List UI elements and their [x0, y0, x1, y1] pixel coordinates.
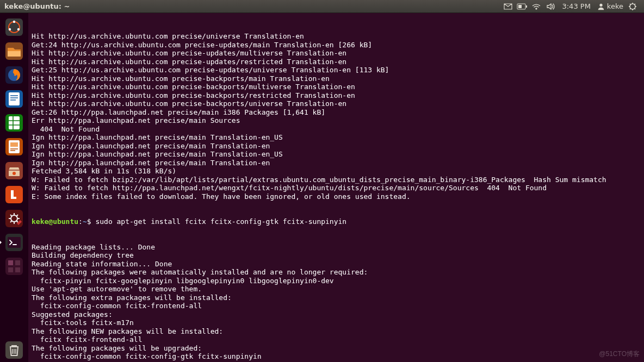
- terminal-line: fcitx-tools fcitx-m17n: [32, 319, 641, 327]
- battery-indicator[interactable]: [515, 0, 529, 13]
- svg-rect-31: [15, 267, 20, 272]
- terminal-line: W: Failed to fetch bzip2:/var/lib/apt/li…: [32, 176, 641, 184]
- svg-rect-1: [526, 5, 527, 8]
- terminal-line: Ign http://ppa.launchpad.net precise/mai…: [32, 159, 641, 167]
- terminal-line: fcitx-pinyin fcitx-googlepinyin libgoogl…: [32, 277, 641, 285]
- calc-icon[interactable]: [2, 111, 26, 135]
- terminal-line: fcitx-config-common fcitx-frontend-all: [32, 302, 641, 310]
- terminal-line: fcitx-config-common fcitx-config-gtk fci…: [32, 352, 641, 361]
- clock[interactable]: 3:43 PM: [562, 2, 590, 10]
- terminal-line: W: Failed to fetch http://ppa.launchpad.…: [32, 184, 641, 192]
- terminal-line: Get:26 http://ppa.launchpad.net precise/…: [32, 108, 641, 117]
- svg-rect-22: [5, 186, 23, 203]
- terminal-line: Hit http://us.archive.ubuntu.com precise…: [32, 49, 641, 58]
- terminal-line: Get:25 http://us.archive.ubuntu.com prec…: [32, 66, 641, 74]
- user-menu-label: keke: [607, 2, 623, 10]
- prompt-user: keke@ubuntu: [32, 217, 78, 226]
- svg-rect-29: [15, 260, 20, 265]
- prompt-dollar: $: [87, 217, 96, 226]
- window-title: keke@ubuntu: ~: [4, 2, 70, 10]
- workspace-icon[interactable]: [2, 254, 26, 278]
- prompt-sep: :: [78, 217, 83, 226]
- svg-point-7: [13, 21, 15, 23]
- nautilus-icon[interactable]: [2, 39, 26, 63]
- software-center-icon[interactable]: [2, 159, 26, 183]
- terminal-line: The following extra packages will be ins…: [32, 294, 641, 302]
- terminal-line: Hit http://us.archive.ubuntu.com precise…: [32, 91, 641, 100]
- settings-icon[interactable]: [2, 207, 26, 230]
- svg-rect-27: [5, 258, 23, 275]
- terminal-line: 404 Not Found: [32, 125, 641, 134]
- prompt-path: ~: [83, 217, 87, 226]
- terminal-line: The following packages will be upgraded:: [32, 344, 641, 353]
- terminal-line: Get:24 http://us.archive.ubuntu.com prec…: [32, 41, 641, 49]
- writer-icon[interactable]: [2, 87, 26, 111]
- svg-rect-19: [10, 142, 18, 147]
- svg-rect-14: [9, 92, 20, 105]
- terminal-line: Ign http://ppa.launchpad.net precise/mai…: [32, 133, 641, 142]
- terminal-line: Ign http://ppa.launchpad.net precise/mai…: [32, 150, 641, 159]
- terminal-line: Hit http://us.archive.ubuntu.com precise…: [32, 83, 641, 91]
- ubuntu-one-icon[interactable]: [2, 183, 26, 207]
- impress-icon[interactable]: [2, 135, 26, 159]
- terminal-line: Hit http://us.archive.ubuntu.com precise…: [32, 74, 641, 83]
- unity-launcher: [0, 13, 28, 362]
- terminal-line: Reading package lists... Done: [32, 243, 641, 252]
- terminal-line: Fetched 3,584 kB in 11s (318 kB/s): [32, 167, 641, 176]
- terminal-line: fcitx fcitx-frontend-all: [32, 335, 641, 344]
- terminal-line: Suggested packages:: [32, 310, 641, 319]
- svg-point-3: [599, 3, 602, 6]
- terminal-line: The following NEW packages will be insta…: [32, 327, 641, 336]
- network-indicator[interactable]: [529, 0, 543, 13]
- user-menu[interactable]: keke: [597, 2, 623, 10]
- svg-point-21: [13, 172, 16, 175]
- mail-indicator[interactable]: [501, 0, 515, 13]
- terminal-line: The following packages were automaticall…: [32, 268, 641, 277]
- svg-rect-26: [8, 237, 21, 248]
- svg-rect-16: [9, 116, 20, 129]
- terminal-line: Ign http://ppa.launchpad.net precise/mai…: [32, 142, 641, 151]
- terminal-line: Reading state information... Done: [32, 260, 641, 269]
- system-menu[interactable]: [626, 0, 640, 13]
- svg-rect-23: [5, 210, 23, 227]
- terminal-line: E: Some index files failed to download. …: [32, 192, 641, 201]
- terminal-prompt-line: keke@ubuntu:~$ sudo apt-get install fcit…: [32, 217, 641, 226]
- terminal-command: sudo apt-get install fcitx fcitx-config-…: [95, 217, 346, 226]
- terminal-icon[interactable]: [2, 230, 26, 254]
- trash-icon[interactable]: [2, 338, 26, 362]
- terminal-output[interactable]: Hit http://us.archive.ubuntu.com precise…: [28, 13, 644, 362]
- sound-indicator[interactable]: [543, 0, 558, 13]
- svg-rect-30: [8, 267, 13, 272]
- watermark: @51CTO博客: [599, 349, 640, 359]
- terminal-line: Err http://ppa.launchpad.net precise/mai…: [32, 116, 641, 125]
- top-panel: keke@ubuntu: ~ 3:43 PM keke: [0, 0, 644, 13]
- terminal-line: Use 'apt-get autoremove' to remove them.: [32, 285, 641, 294]
- terminal-line: Hit http://us.archive.ubuntu.com precise…: [32, 99, 641, 108]
- svg-rect-28: [8, 260, 13, 265]
- svg-point-8: [17, 28, 20, 30]
- firefox-icon[interactable]: [2, 63, 26, 87]
- svg-point-9: [9, 28, 11, 30]
- dash-icon[interactable]: [2, 15, 26, 39]
- terminal-line: Building dependency tree: [32, 251, 641, 260]
- svg-rect-2: [518, 5, 522, 8]
- terminal-line: Hit http://us.archive.ubuntu.com precise…: [32, 58, 641, 66]
- terminal-line: Hit http://us.archive.ubuntu.com precise…: [32, 32, 641, 41]
